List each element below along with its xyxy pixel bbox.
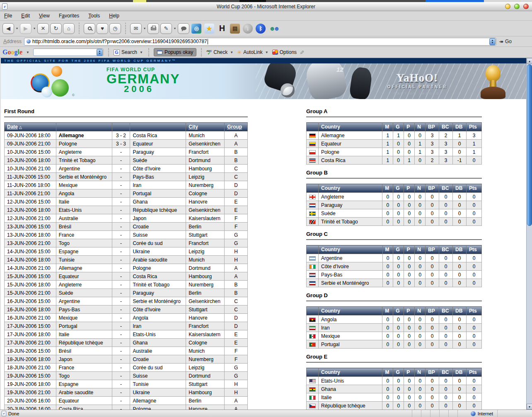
match-group: E: [225, 339, 248, 347]
column-header-group[interactable]: Group: [227, 124, 242, 130]
edit-dropdown-chevron-icon[interactable]: ▾: [174, 27, 176, 30]
search-button[interactable]: [84, 23, 95, 34]
forward-dropdown-chevron-icon[interactable]: ▾: [34, 27, 35, 30]
spellcheck-button[interactable]: ABC✓ Check ▼: [206, 49, 234, 55]
stat-value: 0: [439, 209, 453, 218]
country-name: Iran: [319, 324, 382, 332]
google-logo[interactable]: Google: [2, 48, 22, 56]
menu-item-edit[interactable]: Edit: [21, 13, 30, 19]
column-header-date[interactable]: Date: [7, 124, 18, 130]
maximize-button[interactable]: [514, 4, 520, 9]
flag-mx-icon: [309, 334, 316, 339]
address-label: Address: [3, 39, 22, 44]
media-icon[interactable]: ▤: [230, 24, 240, 34]
google-search-input[interactable]: ▲▼: [33, 48, 104, 56]
edit-button[interactable]: ✎: [160, 23, 172, 34]
menu-item-view[interactable]: View: [39, 13, 50, 19]
stat-value: 0: [466, 340, 481, 349]
flag-cell: [307, 324, 319, 332]
search-icon: [88, 27, 92, 30]
highlighter-pen-icon[interactable]: ✎: [299, 50, 305, 55]
menu-item-tools[interactable]: Tools: [88, 13, 100, 19]
menu-bar: FileEditViewFavoritesToolsHelp: [0, 11, 532, 21]
column-header-p: P: [404, 368, 415, 377]
home-button[interactable]: ⌂: [63, 23, 75, 34]
mail-dropdown-chevron-icon[interactable]: ▾: [144, 27, 145, 30]
google-menu-chevron-icon[interactable]: ▼: [26, 51, 29, 54]
favorites-button[interactable]: ♥: [97, 23, 108, 34]
fifa-yahoo-banner[interactable]: © FIFA WORLD CUP GERMANY 2006 12 YaHoO! …: [0, 63, 532, 99]
refresh-button[interactable]: ↻: [50, 23, 62, 34]
close-button[interactable]: [523, 4, 529, 9]
match-city: Leipzig: [186, 173, 225, 181]
stat-value: 0: [426, 377, 439, 385]
match-group: B: [225, 148, 248, 156]
stat-value: 0: [453, 340, 467, 349]
minimize-button[interactable]: [505, 4, 510, 9]
match-score: -: [112, 314, 130, 322]
country-name: Côte d'Ivoire: [319, 262, 383, 271]
h-icon[interactable]: H: [217, 24, 227, 34]
away-team: Côte d'Ivoire: [130, 305, 186, 314]
google-search-button[interactable]: G Search ▼: [114, 49, 144, 56]
players-photo: 12: [258, 63, 382, 99]
group-standings-table: CountryMGPNBPBCDBPtsAngola00000000Iran00…: [306, 306, 482, 349]
match-row: 11-JUN-2006 21:00Angola-PortugalCologneD: [5, 189, 248, 198]
stat-value: 0: [415, 156, 426, 165]
history-button[interactable]: ◷: [109, 23, 121, 34]
popups-button[interactable]: Popups okay: [154, 48, 196, 56]
menu-item-favorites[interactable]: Favorites: [59, 13, 79, 19]
discuss-button[interactable]: [178, 23, 189, 34]
back-button[interactable]: ◀: [2, 23, 14, 34]
autolink-button[interactable]: ✳ AutoLink ▼: [237, 49, 269, 56]
print-button[interactable]: [148, 23, 159, 34]
go-button[interactable]: ↠ Go: [499, 39, 512, 45]
stat-value: 0: [453, 193, 467, 201]
stat-value: 0: [439, 271, 453, 279]
stat-value: 0: [467, 279, 482, 287]
back-icon: ◀: [6, 25, 10, 32]
options-button[interactable]: Options: [272, 49, 297, 55]
match-group: C: [225, 305, 248, 314]
stat-value: 0: [393, 254, 404, 262]
match-group: H: [225, 388, 248, 397]
address-input[interactable]: http://htmldb.oracle.com/pls/otn/f?p=wc2…: [24, 38, 496, 46]
column-header-m: M: [382, 184, 393, 193]
match-score: 3 - 2: [112, 131, 130, 140]
stop-button[interactable]: ✕: [37, 23, 49, 34]
menu-item-help[interactable]: Help: [109, 13, 119, 19]
stat-value: 0: [382, 209, 393, 218]
column-header-city[interactable]: City: [189, 124, 198, 130]
away-team: Ukraine: [130, 388, 186, 397]
stat-value: 0: [393, 315, 404, 324]
stat-value: 0: [453, 279, 467, 287]
stat-value: 0: [453, 271, 467, 279]
stat-value: 0: [426, 209, 439, 218]
column-header-pts: Pts: [467, 184, 482, 193]
menu-item-file[interactable]: File: [4, 13, 12, 19]
scroll-thumb[interactable]: [527, 64, 532, 226]
google-search-stepper[interactable]: ▲▼: [97, 49, 103, 56]
vertical-scrollbar[interactable]: ▲ ▼: [526, 58, 532, 410]
download-icon[interactable]: ↓: [243, 24, 253, 34]
mail-button[interactable]: ✉: [130, 23, 142, 34]
flag-en-icon: [309, 195, 316, 199]
messenger-icon[interactable]: ☻☻: [268, 24, 278, 34]
bluetooth-icon[interactable]: ᛒ: [256, 24, 266, 34]
match-score: -: [112, 198, 130, 206]
scroll-up-button[interactable]: ▲: [527, 58, 532, 64]
standings-row: Angleterre00000000: [307, 193, 482, 201]
status-bar: e Done Internet: [0, 410, 532, 417]
address-dropdown-stepper[interactable]: ▲▼: [489, 38, 496, 45]
popup-blocker-icon: [157, 50, 162, 54]
stat-value: 0: [382, 279, 393, 287]
msn-icon[interactable]: ◎: [191, 24, 201, 34]
stat-value: 0: [404, 201, 415, 209]
scroll-down-button[interactable]: ▼: [527, 404, 532, 410]
messenger-star-icon[interactable]: ★: [204, 24, 214, 34]
forward-icon: ▶: [24, 25, 28, 32]
page-globe-icon: [27, 39, 31, 44]
match-city: Stuttgart: [186, 305, 225, 314]
back-dropdown-chevron-icon[interactable]: ▾: [16, 27, 18, 30]
stat-value: 0: [453, 315, 467, 324]
